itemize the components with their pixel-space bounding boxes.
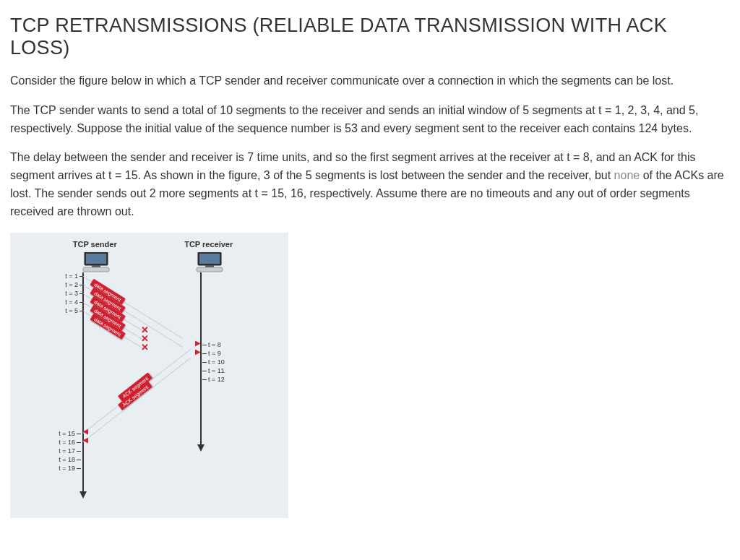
- receiver-timeline: [200, 272, 202, 446]
- diagram-body: t = 1 t = 2 t = 3 t = 4 t = 5 t = 15 t =…: [10, 272, 288, 496]
- tick-sender: t = 18: [53, 456, 75, 463]
- tick-sender: t = 19: [53, 465, 75, 472]
- svg-rect-7: [197, 267, 223, 272]
- tcp-diagram: TCP sender TCP receiver t = 1 t = 2: [10, 233, 288, 518]
- arrow-icon: ▶: [82, 428, 88, 436]
- paragraph-2: The TCP sender wants to send a total of …: [10, 102, 730, 138]
- receiver-computer-icon: [195, 252, 224, 272]
- tick-receiver: t = 12: [208, 376, 225, 383]
- tick-sender: t = 4: [56, 298, 78, 306]
- tick-sender: t = 17: [53, 447, 75, 455]
- tick-sender: t = 2: [56, 281, 78, 288]
- svg-rect-3: [83, 267, 109, 272]
- tick-receiver: t = 9: [208, 350, 221, 357]
- paragraph-3a: The delay between the sender and receive…: [10, 151, 696, 181]
- receiver-label: TCP receiver: [184, 240, 233, 249]
- sender-label: TCP sender: [73, 240, 117, 249]
- tick-receiver: t = 11: [208, 367, 225, 374]
- none-highlight: none: [614, 169, 640, 181]
- tick-sender: t = 3: [56, 290, 78, 297]
- sender-computer-icon: [82, 252, 111, 272]
- paragraph-3: The delay between the sender and receive…: [10, 149, 730, 220]
- tick-sender: t = 5: [56, 307, 78, 314]
- page-title: TCP RETRANSMISSIONS (RELIABLE DATA TRANS…: [10, 14, 730, 59]
- arrow-icon: ▶: [195, 348, 201, 356]
- svg-rect-5: [199, 254, 220, 264]
- tick-sender: t = 15: [53, 430, 75, 437]
- tick-receiver: t = 10: [208, 358, 225, 366]
- arrow-icon: ▶: [82, 437, 88, 445]
- tick-sender: t = 1: [56, 272, 78, 280]
- ack-path: [83, 358, 191, 442]
- svg-rect-1: [86, 254, 106, 264]
- sender-timeline: [82, 272, 84, 493]
- loss-mark-icon: ✕: [141, 342, 149, 353]
- tick-sender: t = 16: [53, 439, 75, 446]
- paragraph-1: Consider the figure below in which a TCP…: [10, 72, 730, 90]
- arrow-icon: ▶: [195, 339, 201, 347]
- tick-receiver: t = 8: [208, 341, 221, 348]
